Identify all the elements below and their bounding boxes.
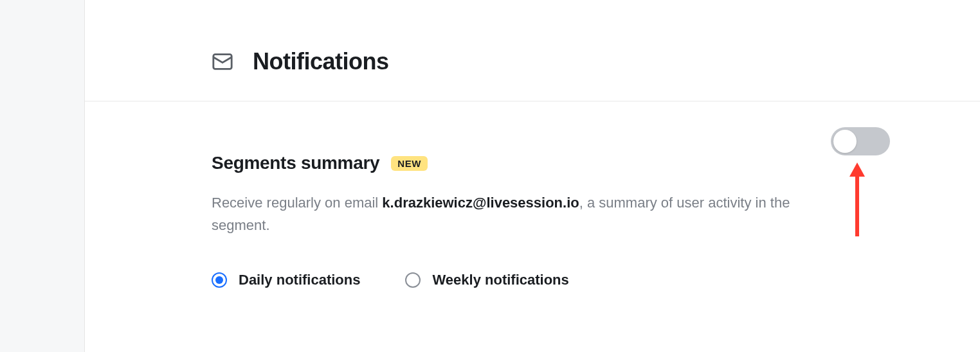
daily-radio[interactable]: Daily notifications: [212, 272, 360, 288]
desc-email: k.drazkiewicz@livesession.io: [382, 195, 579, 211]
weekly-radio-label: Weekly notifications: [432, 272, 568, 288]
main-content: Notifications Segments summary NEW Recei…: [85, 0, 980, 352]
desc-prefix: Receive regularly on email: [212, 195, 382, 211]
radio-indicator: [212, 272, 227, 288]
left-panel: [0, 0, 85, 352]
section-header: Segments summary NEW: [212, 153, 890, 173]
daily-radio-label: Daily notifications: [239, 272, 360, 288]
radio-indicator: [405, 272, 421, 288]
section-description: Receive regularly on email k.drazkiewicz…: [212, 191, 803, 236]
toggle-knob: [833, 130, 857, 153]
section-title: Segments summary: [212, 153, 379, 173]
notifications-section: Segments summary NEW Receive regularly o…: [85, 101, 980, 288]
new-badge: NEW: [391, 156, 428, 171]
page-header: Notifications: [85, 0, 980, 101]
segments-summary-toggle[interactable]: [831, 127, 890, 155]
page-title: Notifications: [253, 48, 389, 75]
frequency-radio-group: Daily notifications Weekly notifications: [212, 272, 890, 288]
arrow-annotation: [848, 163, 867, 242]
weekly-radio[interactable]: Weekly notifications: [405, 272, 568, 288]
mail-icon: [212, 51, 233, 73]
